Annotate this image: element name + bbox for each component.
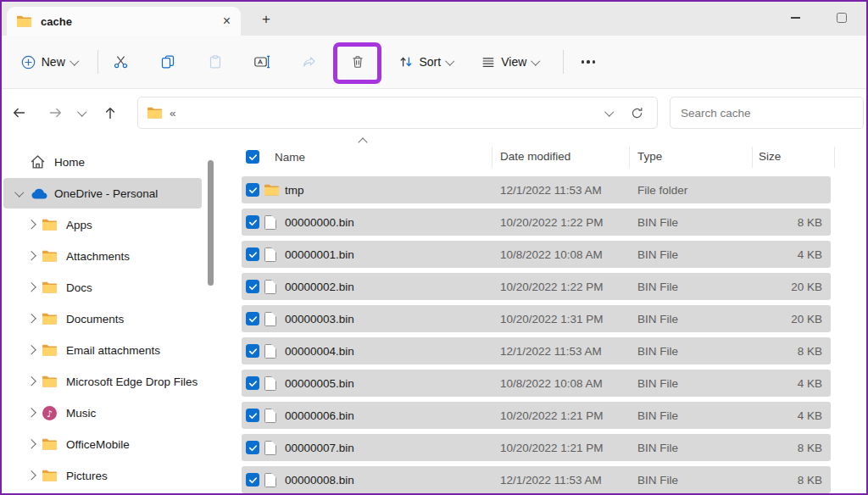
- file-icon: [264, 473, 285, 487]
- share-button[interactable]: [292, 47, 326, 77]
- column-divider[interactable]: [629, 147, 630, 168]
- column-divider[interactable]: [492, 147, 492, 168]
- minimize-button[interactable]: [779, 2, 811, 34]
- column-divider[interactable]: [752, 147, 753, 168]
- expand-chevron-icon[interactable]: [20, 409, 42, 416]
- sidebar-item-attachments[interactable]: Attachments: [3, 241, 202, 271]
- sidebar-item-email-attachments[interactable]: Email attachments: [3, 335, 202, 365]
- rename-button[interactable]: [245, 47, 279, 77]
- sidebar-item-label: Pictures: [66, 470, 108, 482]
- view-button[interactable]: View: [475, 47, 546, 77]
- sidebar-item-label: Documents: [66, 313, 124, 325]
- refresh-icon[interactable]: [631, 107, 643, 120]
- expand-chevron-icon[interactable]: [20, 284, 42, 291]
- file-icon: [264, 280, 285, 294]
- file-row[interactable]: 00000007.bin 10/20/2022 1:21 PM BIN File…: [242, 434, 831, 461]
- column-header-type[interactable]: Type: [637, 150, 662, 163]
- select-all-checkbox[interactable]: [246, 150, 259, 164]
- file-row[interactable]: 00000008.bin 12/1/2022 11:53 AM BIN File…: [242, 466, 831, 493]
- sidebar-item-documents[interactable]: Documents: [3, 303, 202, 334]
- row-checkbox[interactable]: [246, 312, 259, 325]
- row-checkbox[interactable]: [246, 183, 259, 197]
- row-checkbox[interactable]: [246, 280, 259, 293]
- sidebar-item-onedrive-personal[interactable]: OneDrive - Personal: [3, 178, 202, 209]
- sidebar-item-home[interactable]: Home: [3, 147, 202, 177]
- row-checkbox[interactable]: [246, 215, 259, 229]
- file-size: 4 KB: [733, 409, 822, 422]
- file-type: BIN File: [637, 409, 733, 422]
- sidebar-item-music[interactable]: ♪ Music: [3, 398, 202, 428]
- sidebar-item-pictures[interactable]: Pictures: [3, 460, 202, 491]
- expand-chevron-icon[interactable]: [20, 253, 42, 259]
- file-icon: [264, 312, 285, 326]
- file-name: 00000004.bin: [285, 345, 500, 358]
- expand-chevron-icon[interactable]: [20, 378, 42, 385]
- new-plus-circle-icon: [21, 55, 36, 70]
- new-tab-button[interactable]: +: [256, 9, 276, 30]
- file-date-modified: 10/20/2022 1:21 PM: [500, 442, 637, 454]
- file-row[interactable]: 00000003.bin 10/20/2022 1:31 PM BIN File…: [242, 305, 831, 332]
- row-checkbox[interactable]: [246, 441, 259, 454]
- sort-button[interactable]: Sort: [393, 47, 459, 77]
- column-header-size[interactable]: Size: [759, 150, 781, 163]
- file-row[interactable]: 00000001.bin 10/8/2022 10:08 AM BIN File…: [242, 241, 831, 268]
- file-row[interactable]: 00000004.bin 12/1/2022 11:53 AM BIN File…: [242, 337, 831, 364]
- expand-chevron-icon[interactable]: [8, 192, 31, 196]
- see-more-button[interactable]: [571, 47, 605, 77]
- sidebar-item-officemobile[interactable]: OfficeMobile: [3, 429, 202, 459]
- address-dropdown-icon[interactable]: [604, 107, 614, 116]
- file-row[interactable]: 00000006.bin 10/20/2022 1:21 PM BIN File…: [242, 402, 831, 429]
- new-button[interactable]: New: [12, 47, 86, 77]
- breadcrumb-overflow-indicator[interactable]: «: [170, 107, 176, 120]
- sidebar-item-apps[interactable]: Apps: [3, 209, 202, 240]
- column-header-date-modified[interactable]: Date modified: [500, 150, 570, 163]
- row-checkbox[interactable]: [246, 248, 259, 261]
- file-name: 00000008.bin: [285, 474, 500, 487]
- row-checkbox[interactable]: [246, 409, 259, 422]
- sidebar-item-microsoft-edge-drop-files[interactable]: Microsoft Edge Drop Files: [3, 366, 202, 397]
- expand-chevron-icon[interactable]: [20, 315, 42, 322]
- sidebar-item-docs[interactable]: Docs: [3, 272, 202, 303]
- copy-button[interactable]: [151, 47, 185, 77]
- expand-chevron-icon[interactable]: [20, 441, 42, 448]
- recent-locations-button[interactable]: [71, 97, 93, 128]
- view-lines-icon: [481, 55, 495, 69]
- file-row[interactable]: 00000000.bin 10/20/2022 1:22 PM BIN File…: [242, 209, 831, 236]
- row-checkbox[interactable]: [246, 376, 259, 390]
- maximize-icon: [837, 13, 847, 23]
- row-checkbox[interactable]: [246, 473, 259, 487]
- file-icon: [264, 441, 285, 455]
- file-size: 4 KB: [733, 377, 822, 390]
- up-button[interactable]: [95, 97, 125, 128]
- file-row[interactable]: 00000005.bin 10/8/2022 10:08 AM BIN File…: [242, 370, 831, 397]
- chevron-down-icon: [446, 56, 455, 65]
- file-row[interactable]: 00000002.bin 10/20/2022 1:22 PM BIN File…: [242, 273, 831, 300]
- search-input[interactable]: [670, 107, 863, 120]
- tab-cache[interactable]: cache ×: [7, 7, 241, 36]
- address-bar-row: «: [2, 89, 866, 136]
- breadcrumb[interactable]: «: [137, 97, 658, 129]
- paste-button[interactable]: [198, 47, 232, 77]
- sidebar-scrollbar[interactable]: [208, 160, 214, 286]
- row-checkbox[interactable]: [246, 344, 259, 358]
- back-button[interactable]: [3, 97, 34, 128]
- maximize-button[interactable]: [826, 2, 858, 34]
- expand-chevron-icon[interactable]: [20, 472, 42, 479]
- file-icon: [264, 409, 285, 423]
- expand-chevron-icon[interactable]: [20, 347, 42, 353]
- sidebar-item-label: Music: [66, 407, 96, 420]
- folder-icon: [42, 281, 64, 293]
- column-divider[interactable]: [834, 147, 835, 168]
- close-tab-icon[interactable]: ×: [223, 14, 231, 28]
- file-row[interactable]: tmp 12/1/2022 11:53 AM File folder: [242, 176, 831, 203]
- file-type: BIN File: [637, 442, 733, 454]
- sidebar-item-label: OneDrive - Personal: [54, 187, 158, 200]
- sidebar-item-label: Home: [54, 156, 85, 169]
- file-name: 00000000.bin: [285, 216, 500, 229]
- expand-chevron-icon[interactable]: [20, 221, 42, 228]
- forward-button[interactable]: [40, 97, 70, 128]
- column-header-name[interactable]: Name: [275, 151, 305, 164]
- cut-button[interactable]: [103, 47, 137, 77]
- file-date-modified: 10/20/2022 1:21 PM: [500, 409, 637, 422]
- file-date-modified: 10/20/2022 1:22 PM: [500, 216, 637, 229]
